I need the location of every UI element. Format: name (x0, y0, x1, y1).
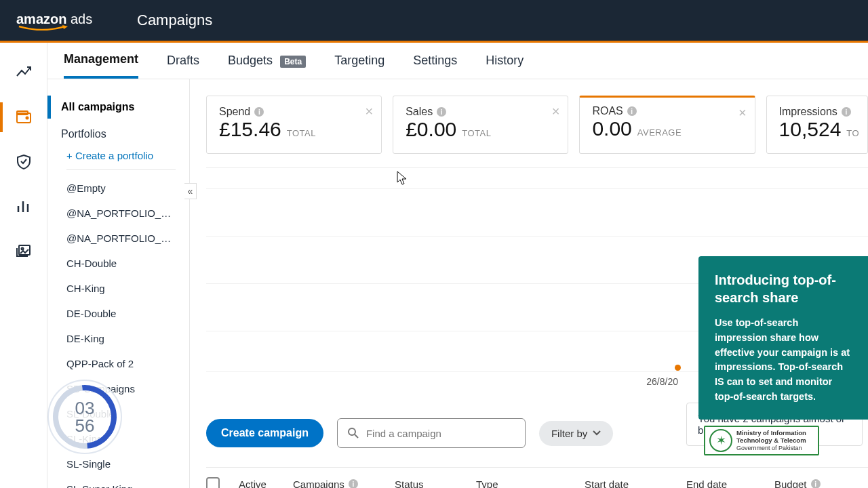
card-sales-value: £0.00 (406, 118, 456, 140)
card-sales[interactable]: × Salesi £0.00TOTAL (393, 96, 568, 154)
tab-bar: Management Drafts Budgets Beta Targeting… (47, 43, 868, 79)
left-icon-rail (0, 43, 47, 488)
card-roas[interactable]: × ROASi 0.00AVERAGE (579, 96, 755, 154)
sidebar-all-campaigns[interactable]: All campaigns (47, 93, 189, 121)
chevron-down-icon (593, 430, 601, 436)
dial-top: 03 (75, 399, 95, 417)
badge-l1: Ministry of Information (736, 429, 806, 436)
trend-icon[interactable] (14, 63, 33, 82)
portfolio-item[interactable]: @Empty (47, 176, 189, 201)
page-title: Campaigns (137, 12, 212, 29)
card-roas-sub: AVERAGE (637, 127, 682, 138)
tab-management[interactable]: Management (64, 43, 138, 79)
chart-date-label: 26/8/20 (646, 376, 678, 387)
portfolio-item[interactable]: @NA_PORTFOLIO_3… (47, 226, 189, 251)
col-active[interactable]: Active (239, 479, 267, 489)
portfolio-item[interactable]: CH-King (47, 276, 189, 301)
table-header: Active Campaignsi Status Type Start date… (206, 467, 868, 488)
tooltip-title: Introducing top-of-search share (715, 271, 853, 306)
mouse-cursor-icon (397, 171, 408, 186)
close-icon[interactable]: × (366, 104, 374, 118)
bar-chart-icon[interactable] (14, 197, 33, 216)
tab-drafts[interactable]: Drafts (167, 44, 199, 77)
info-icon[interactable]: i (811, 479, 821, 488)
tab-budgets-label: Budgets (228, 54, 273, 67)
card-spend-label: Spend (219, 106, 250, 118)
media-icon[interactable] (14, 242, 33, 261)
shield-icon[interactable] (14, 152, 33, 171)
col-startdate[interactable]: Start date (585, 479, 629, 489)
close-icon[interactable]: × (552, 104, 560, 118)
col-status[interactable]: Status (395, 479, 424, 489)
create-campaign-button[interactable]: Create campaign (206, 419, 323, 447)
svg-point-7 (349, 428, 355, 435)
svg-point-4 (26, 117, 28, 119)
portfolio-item[interactable]: DE-King (47, 326, 189, 351)
badge-l3: Government of Pakistan (736, 445, 802, 451)
collapse-sidebar-handle[interactable]: « (184, 183, 197, 199)
svg-text:amazon: amazon (16, 12, 66, 26)
card-impr-value: 10,524 (779, 118, 842, 140)
feature-tooltip: Introducing top-of-search share Use top-… (698, 256, 868, 420)
search-input-wrapper[interactable] (337, 418, 526, 448)
col-enddate[interactable]: End date (686, 479, 727, 489)
svg-text:ads: ads (71, 12, 92, 26)
tab-history[interactable]: History (486, 44, 524, 77)
col-budget[interactable]: Budget (774, 479, 807, 489)
portfolio-item[interactable]: SL-Super King (47, 476, 189, 488)
amazon-ads-logo: amazon ads (16, 10, 104, 30)
card-impr-label: Impressions (779, 106, 837, 118)
select-all-checkbox[interactable] (206, 477, 220, 488)
ministry-badge: ✶ Ministry of Information Technology & T… (704, 426, 819, 455)
card-impr-sub: TO (846, 128, 859, 138)
card-sales-sub: TOTAL (462, 128, 491, 138)
card-spend-sub: TOTAL (287, 128, 316, 138)
create-portfolio-link[interactable]: + Create a portfolio (47, 144, 189, 169)
portfolio-item[interactable]: QPP-Pack of 2 (47, 351, 189, 376)
filter-button[interactable]: Filter by (539, 421, 613, 446)
filter-label: Filter by (551, 428, 587, 439)
search-icon (347, 427, 359, 439)
beta-badge: Beta (280, 56, 306, 68)
portfolios-heading: Portfolios (47, 121, 189, 144)
timer-dial: 03 56 (47, 380, 122, 454)
wallet-icon[interactable] (14, 108, 33, 127)
card-spend[interactable]: × Spendi £15.46TOTAL (206, 96, 382, 154)
chart-data-point (675, 365, 681, 371)
info-icon[interactable]: i (349, 479, 358, 488)
tab-settings[interactable]: Settings (413, 44, 457, 77)
card-spend-value: £15.46 (219, 118, 281, 140)
info-icon[interactable]: i (254, 107, 264, 117)
card-roas-value: 0.00 (592, 117, 631, 140)
metrics-cards: × Spendi £15.46TOTAL × Salesi £0.00TOTAL… (206, 96, 868, 154)
search-input[interactable] (366, 428, 515, 439)
portfolio-item[interactable]: SL-Single (47, 451, 189, 476)
col-campaigns[interactable]: Campaigns (293, 479, 344, 489)
info-icon[interactable]: i (842, 107, 851, 117)
tab-targeting[interactable]: Targeting (334, 44, 384, 77)
portfolio-item[interactable]: CH-Double (47, 251, 189, 276)
divider (66, 169, 176, 170)
card-roas-label: ROAS (592, 105, 623, 117)
tab-budgets[interactable]: Budgets Beta (228, 44, 306, 77)
col-type[interactable]: Type (476, 479, 498, 489)
info-icon[interactable]: i (437, 107, 446, 117)
card-impressions[interactable]: Impressionsi 10,524TO (766, 96, 868, 154)
portfolio-item[interactable]: DE-Double (47, 301, 189, 326)
top-nav: amazon ads Campaigns (0, 0, 868, 41)
portfolio-item[interactable]: @NA_PORTFOLIO_3… (47, 201, 189, 226)
tooltip-body: Use top-of-search impression share how e… (715, 316, 853, 405)
badge-l2: Technology & Telecom (736, 436, 806, 444)
svg-point-6 (21, 248, 23, 250)
dial-bottom: 56 (75, 417, 95, 434)
info-icon[interactable]: i (627, 106, 637, 116)
close-icon[interactable]: × (738, 106, 747, 119)
card-sales-label: Sales (406, 106, 433, 118)
seal-icon: ✶ (709, 429, 732, 452)
